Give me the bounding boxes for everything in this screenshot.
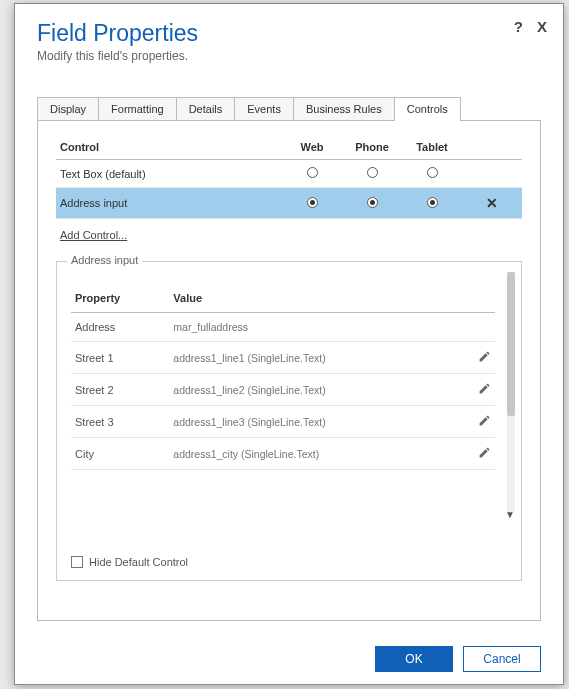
control-name: Text Box (default) (56, 160, 282, 188)
prop-name: Street 1 (71, 342, 169, 374)
scrollbar-thumb[interactable] (507, 272, 515, 416)
dialog-subtitle: Modify this field's properties. (37, 49, 541, 63)
col-property: Property (71, 284, 169, 313)
radio-phone[interactable] (367, 197, 378, 208)
property-grid: Property Value Address mar_fulladdress S (71, 284, 495, 470)
hide-default-label: Hide Default Control (89, 556, 188, 568)
close-icon[interactable]: X (537, 18, 547, 35)
hide-default-checkbox[interactable] (71, 556, 83, 568)
radio-tablet[interactable] (427, 197, 438, 208)
scroll-down-icon[interactable]: ▼ (505, 509, 515, 520)
field-properties-dialog: Field Properties Modify this field's pro… (14, 3, 564, 685)
controls-panel: Control Web Phone Tablet Text Box (defau… (37, 121, 541, 621)
prop-value: mar_fulladdress (169, 313, 465, 342)
prop-value: address1_line2 (SingleLine.Text) (169, 374, 465, 406)
control-row-textbox[interactable]: Text Box (default) (56, 160, 522, 188)
radio-web[interactable] (307, 197, 318, 208)
tab-business-rules[interactable]: Business Rules (293, 97, 395, 120)
dialog-header: Field Properties Modify this field's pro… (15, 4, 563, 69)
control-grid: Control Web Phone Tablet Text Box (defau… (56, 135, 522, 219)
edit-icon[interactable] (478, 382, 491, 395)
prop-value: address1_line1 (SingleLine.Text) (169, 342, 465, 374)
hide-default-control-wrap[interactable]: Hide Default Control (71, 556, 188, 568)
prop-row-street3: Street 3 address1_line3 (SingleLine.Text… (71, 406, 495, 438)
col-phone: Phone (342, 135, 402, 160)
col-value: Value (169, 284, 465, 313)
col-remove (462, 135, 522, 160)
help-icon[interactable]: ? (514, 18, 523, 35)
prop-name: Street 3 (71, 406, 169, 438)
tab-details[interactable]: Details (176, 97, 236, 120)
scrollbar[interactable] (507, 272, 515, 512)
cancel-button[interactable]: Cancel (463, 646, 541, 672)
prop-row-street1: Street 1 address1_line1 (SingleLine.Text… (71, 342, 495, 374)
header-actions: ? X (514, 18, 547, 35)
dialog-footer: OK Cancel (375, 646, 541, 672)
tab-events[interactable]: Events (234, 97, 294, 120)
radio-web[interactable] (307, 167, 318, 178)
tab-formatting[interactable]: Formatting (98, 97, 177, 120)
prop-row-address: Address mar_fulladdress (71, 313, 495, 342)
prop-row-street2: Street 2 address1_line2 (SingleLine.Text… (71, 374, 495, 406)
remove-control-icon[interactable]: ✕ (486, 195, 498, 211)
col-control: Control (56, 135, 282, 160)
prop-value: address1_line3 (SingleLine.Text) (169, 406, 465, 438)
prop-row-city: City address1_city (SingleLine.Text) (71, 438, 495, 470)
prop-name: Address (71, 313, 169, 342)
control-name: Address input (56, 188, 282, 219)
col-tablet: Tablet (402, 135, 462, 160)
dialog-title: Field Properties (37, 20, 541, 47)
fieldset-body: Property Value Address mar_fulladdress S (57, 262, 521, 522)
ok-button[interactable]: OK (375, 646, 453, 672)
tab-controls[interactable]: Controls (394, 97, 461, 120)
prop-name: City (71, 438, 169, 470)
prop-name: Street 2 (71, 374, 169, 406)
tab-strip: Display Formatting Details Events Busine… (37, 97, 541, 121)
radio-phone[interactable] (367, 167, 378, 178)
prop-value: address1_city (SingleLine.Text) (169, 438, 465, 470)
edit-icon[interactable] (478, 350, 491, 363)
radio-tablet[interactable] (427, 167, 438, 178)
edit-icon[interactable] (478, 446, 491, 459)
col-web: Web (282, 135, 342, 160)
control-config-fieldset: Address input Property Value Address mar… (56, 261, 522, 581)
add-control-link[interactable]: Add Control... (60, 229, 127, 241)
control-row-address-input[interactable]: Address input ✕ (56, 188, 522, 219)
edit-icon[interactable] (478, 414, 491, 427)
tab-display[interactable]: Display (37, 97, 99, 120)
